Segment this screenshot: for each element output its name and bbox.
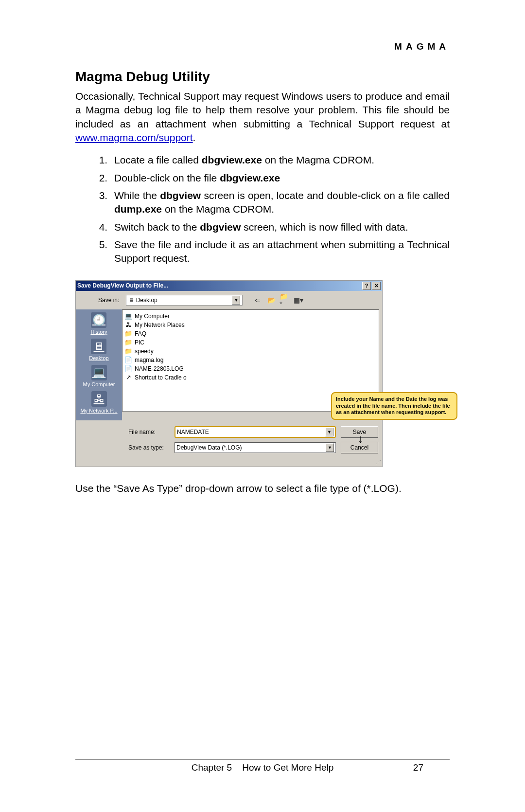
desktop-icon: 🖥: [128, 297, 136, 304]
save-dialog: Save DebugView Output to File... ? ✕ Sav…: [75, 280, 383, 467]
back-icon[interactable]: ⇐: [252, 295, 263, 305]
dialog-titlebar: Save DebugView Output to File... ? ✕: [76, 281, 382, 291]
log-file-icon: 📄: [124, 356, 132, 364]
dialog-toolbar: Save in: 🖥 Desktop ▼ ⇐ 📂 📁* ▦▾: [76, 291, 382, 309]
close-button[interactable]: ✕: [372, 282, 381, 290]
intro-paragraph: Occasionally, Technical Support may requ…: [75, 90, 450, 144]
save-in-dropdown[interactable]: 🖥 Desktop ▼: [126, 295, 243, 306]
help-button[interactable]: ?: [362, 282, 371, 290]
shortcut-icon: ↗: [124, 374, 132, 381]
places-sidebar: 🕘History 🖥Desktop 💻My Computer 🖧My Netwo…: [76, 309, 122, 420]
dropdown-arrow-icon[interactable]: ▼: [232, 296, 240, 305]
instruction-list: Locate a file called dbgview.exe on the …: [75, 153, 450, 265]
history-icon: 🕘: [91, 312, 106, 328]
filename-label: File name:: [128, 429, 170, 435]
folder-icon: 📁: [124, 347, 132, 355]
save-in-label: Save in:: [98, 297, 119, 304]
list-item[interactable]: 📄NAME-22805.LOG: [124, 364, 377, 373]
network-icon: 🖧: [124, 321, 132, 329]
list-item[interactable]: 🖧My Network Places: [124, 321, 377, 329]
annotation-callout: Include your Name and the Date the log w…: [331, 392, 457, 420]
sidebar-network[interactable]: 🖧My Network P...: [80, 391, 117, 414]
callout-arrow-icon: ↓: [358, 432, 364, 446]
header-brand: MAGMA: [75, 41, 450, 52]
sidebar-desktop[interactable]: 🖥Desktop: [89, 339, 108, 361]
folder-icon: 📁: [124, 339, 132, 346]
dialog-title: Save DebugView Output to File...: [77, 282, 168, 289]
closing-paragraph: Use the “Save As Type” drop-down arrow t…: [75, 482, 450, 495]
dropdown-arrow-icon[interactable]: ▼: [326, 443, 334, 452]
computer-icon: 💻: [91, 365, 107, 380]
savetype-label: Save as type:: [128, 444, 170, 451]
filename-input[interactable]: NAMEDATE▼: [175, 426, 336, 438]
sidebar-history[interactable]: 🕘History: [90, 312, 107, 335]
page-footer: Chapter 5 How to Get More Help27: [75, 759, 450, 773]
list-item[interactable]: 📁FAQ: [124, 329, 377, 338]
up-icon[interactable]: 📂: [266, 295, 277, 305]
list-item[interactable]: 📄magma.log: [124, 356, 377, 364]
log-file-icon: 📄: [124, 365, 132, 373]
new-folder-icon[interactable]: 📁*: [280, 295, 290, 305]
list-item[interactable]: 📁PIC: [124, 338, 377, 347]
list-item[interactable]: 📁speedy: [124, 347, 377, 356]
network-icon: 🖧: [91, 391, 107, 407]
computer-icon: 💻: [124, 312, 132, 320]
folder-icon: 📁: [124, 330, 132, 338]
list-item[interactable]: ↗Shortcut to Cradle o: [124, 373, 377, 382]
section-title: Magma Debug Utility: [75, 69, 450, 85]
resize-grip-icon[interactable]: ⋰: [76, 459, 382, 467]
savetype-dropdown[interactable]: DebugView Data (*.LOG)▼: [175, 442, 336, 453]
support-link[interactable]: www.magma.com/support: [75, 132, 193, 143]
desktop-sidebar-icon: 🖥: [91, 339, 106, 354]
list-item[interactable]: 💻My Computer: [124, 312, 377, 321]
dropdown-arrow-icon[interactable]: ▼: [325, 428, 333, 436]
sidebar-mycomputer[interactable]: 💻My Computer: [83, 365, 115, 387]
view-menu-icon[interactable]: ▦▾: [293, 295, 304, 305]
